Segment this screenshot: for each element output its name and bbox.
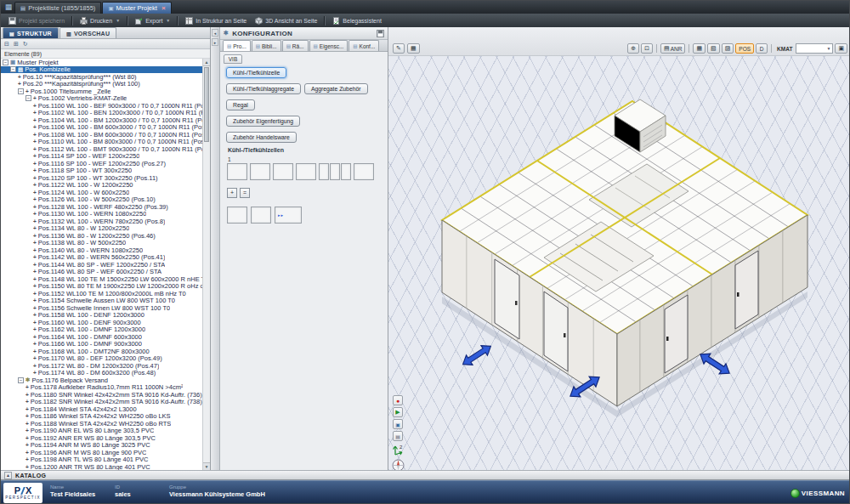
tab-muster-projekt[interactable]: ▣ Muster Projekt × — [102, 2, 171, 14]
move-arrow[interactable] — [460, 342, 494, 370]
tree-item[interactable]: +Pos.1192 ANR ER WS 80 Länge 303,5 PVC — [1, 434, 202, 442]
assistant-button[interactable]: Belegassistent — [328, 15, 386, 26]
print-button[interactable]: Drucken ▼ — [76, 15, 124, 26]
cell-slot[interactable] — [330, 163, 340, 180]
zoom-fit-button[interactable]: ⊡ — [641, 43, 653, 54]
tree-item[interactable]: +Pos.1150 WL 80 TE M 1900x2250 LW 1200x2… — [1, 283, 202, 291]
tree-item[interactable]: −✱Pos.1176 Belpack Versand — [1, 377, 202, 384]
regal-button[interactable]: Regal — [226, 99, 255, 110]
tree-item[interactable]: +Pos.1120 SP 100 - WT 300x2250 (Pos.11) — [1, 174, 202, 182]
tree-item[interactable]: +Pos.1148 WL 100 TE M 1500x2250 LW 600x2… — [1, 275, 202, 283]
tree-item[interactable]: −▣Muster Projekt — [1, 59, 202, 66]
tree-item[interactable]: +Pos.1194 ANR M WS 80 Länge 3025 PVC — [1, 442, 202, 450]
structure-side-button[interactable]: In Struktur an Seite — [181, 15, 251, 26]
tree-item[interactable]: +Pos.1186 Winkel STA 42x42x2 WH2250 oBo … — [1, 413, 202, 421]
tree-item[interactable]: +Pos.1198 ANR TL WS 80 Länge 401 PVC — [1, 456, 202, 464]
zoom-in-button[interactable]: ⊕ — [627, 43, 639, 54]
tree-scrollbar[interactable]: ▲ ▼ — [202, 59, 210, 470]
tree-item[interactable]: +Pos.1130 WL 100 - WERN 1080x2250 — [1, 211, 202, 218]
tree-item[interactable]: +Pos.1134 WL 80 - W 1200x2250 — [1, 225, 202, 233]
collapse-all-icon[interactable]: ⊟ — [4, 40, 9, 48]
record-button[interactable]: ● — [393, 395, 403, 405]
tree-item[interactable]: +Pos.1106 WL 100 - BM 600x3000 / T0 0,7 … — [1, 124, 202, 132]
notes-button[interactable]: ▤ — [393, 431, 403, 441]
tree-expander-icon[interactable]: − — [10, 66, 16, 72]
pos-toggle-button[interactable]: POS — [735, 43, 754, 54]
tree-item[interactable]: −+Pos.1002 Vertriebs-KMAT-Zelle — [1, 95, 202, 103]
scrollbar-thumb[interactable] — [204, 67, 209, 142]
tree-item[interactable]: +Pos.1100 WL 100 - BEF 900x3000 / T0 0,7… — [1, 102, 202, 110]
equal-slot-button[interactable]: = — [240, 188, 250, 198]
tab-struktur[interactable]: ▤ STRUKTUR — [3, 27, 59, 38]
tree-item[interactable]: +Pos.1168 WL 100 - DMT2NF 800x3000 — [1, 348, 202, 355]
snapshot-button[interactable]: ▣ — [393, 419, 403, 429]
aggregate-zubehoer-button[interactable]: Aggregate Zubehör — [304, 83, 368, 94]
tree-item[interactable]: +Pos.1154 Schwelle Aussen LW 800 WST 100… — [1, 297, 202, 305]
tab-konfiguration[interactable]: ▤Konf... — [348, 40, 379, 51]
tree-item[interactable]: +Pos.1184 Winkel STA 42x42x2 L3000 — [1, 405, 202, 413]
tree-item[interactable]: +Pos.1178 Aufkleber Radius10,7mm R11 100… — [1, 384, 202, 392]
scroll-down-icon[interactable]: ▼ — [203, 462, 210, 470]
tree-item[interactable]: +Pos.1128 WL 100 - WERF 480x2250 (Pos.39… — [1, 203, 202, 211]
tree-item[interactable]: +Pos.1136 WL 80 - W 1200x2250 (Pos.46) — [1, 232, 202, 240]
zubehoer-handelsware-button[interactable]: Zubehör Handelsware — [226, 132, 297, 143]
cell-slot[interactable] — [273, 163, 293, 180]
tree-expander-icon[interactable]: − — [3, 59, 8, 65]
tree-item[interactable]: +Pos.10 ***Kapazitätsprüfung*** (Wst 80) — [1, 73, 202, 81]
view-hatch-button[interactable]: ▧ — [707, 43, 720, 54]
tree-item[interactable]: +Pos.1102 WL 100 - BEN 1200x3000 / T0 0,… — [1, 110, 202, 117]
tree-item[interactable]: +Pos.1174 WL 80 - DM 600x3200 (Pos.48) — [1, 370, 202, 377]
kmat-select[interactable]: ▼ — [796, 43, 833, 54]
tree-item[interactable]: +Pos.1164 WL 100 - DMNF 600x3000 — [1, 333, 202, 341]
panel-splitter[interactable]: ◂ ▸ — [211, 27, 220, 470]
save-config-icon[interactable] — [377, 30, 384, 37]
expand-katalog-icon[interactable]: ▲ — [4, 472, 12, 479]
tab-vib[interactable]: VIB — [224, 54, 242, 64]
cell-slot[interactable]: ▸▸ — [275, 207, 302, 224]
view-solid-button[interactable]: ▦ — [693, 43, 706, 54]
expand-right-icon[interactable]: ▸ — [212, 38, 218, 46]
tree-item[interactable]: +Pos.1166 WL 100 - DMNF 900x3000 — [1, 341, 202, 348]
cell-slot[interactable] — [227, 207, 247, 224]
tree-item[interactable]: +Pos.1124 WL 100 - W 600x2250 — [1, 189, 202, 196]
refresh-icon[interactable]: ↻ — [23, 40, 28, 48]
kuehlzelle-button[interactable]: Kühl-/Tiefkühlzelle — [226, 67, 286, 78]
display-settings-button[interactable]: ▦ — [407, 43, 420, 54]
tree-item[interactable]: +Pos.1114 SP 100 - WEF 1200x2250 — [1, 153, 202, 161]
tree-item[interactable]: +Pos.1152 WL100 TE M 1200/800x2000L mB n… — [1, 290, 202, 297]
tab-raeume[interactable]: ▤Rä... — [282, 40, 309, 51]
scroll-up-icon[interactable]: ▲ — [203, 59, 210, 66]
cell-slot[interactable] — [354, 163, 374, 180]
tree-item[interactable]: +Pos.1158 WL 100 - DENF 1200x3000 — [1, 312, 202, 320]
cell-slot[interactable] — [319, 163, 329, 180]
tree-item[interactable]: +Pos.1126 WL 100 - W 500x2250 (Pos.10) — [1, 196, 202, 204]
tree-item[interactable]: +Pos.1190 ANR EL WS 80 Länge 303,5 PVC — [1, 428, 202, 435]
tree-item[interactable]: +Pos.1112 WL 100 - BMT 900x3000 / T0 0,7… — [1, 145, 202, 153]
d-toggle-button[interactable]: D — [756, 43, 768, 54]
tree-item[interactable]: +Pos.1116 SP 100 - WEF 1200x2250 (Pos.27… — [1, 160, 202, 167]
tree-item[interactable]: +Pos.1180 SNR Winkel 42x42x2mm STA 9016 … — [1, 391, 202, 399]
tree-item[interactable]: +Pos.1122 WL 100 - W 1200x2250 — [1, 182, 202, 190]
compass-icon[interactable] — [392, 459, 405, 470]
viewport-3d[interactable]: ● ▶ ▣ ▤ 2 — [388, 56, 850, 470]
tab-eigenschaften[interactable]: ▤Eigensc... — [309, 40, 348, 51]
close-tab-icon[interactable]: × — [162, 4, 166, 12]
aggregate-button[interactable]: Kühl-/Tiefkühlaggregate — [226, 83, 301, 94]
tree-item[interactable]: −+Pos.1000 Titelsumme _Zelle — [1, 88, 202, 95]
tree-item[interactable]: +Pos.1142 WL 80 - WERN 560x2250 (Pos.41) — [1, 254, 202, 262]
tab-projektliste[interactable]: ▤ Projektliste (1855/1855) — [14, 2, 101, 14]
cell-slot[interactable] — [296, 163, 316, 180]
tree-item[interactable]: +Pos.1188 Winkel STA 42x42x2 WH2250 oBo … — [1, 420, 202, 428]
add-slot-button[interactable]: + — [227, 188, 237, 198]
tree-expander-icon[interactable]: − — [18, 377, 24, 383]
tree-item[interactable]: +Pos.1156 Schwelle Innen LW 800 WST 100 … — [1, 304, 202, 312]
cell-slot[interactable] — [341, 163, 351, 180]
expand-all-icon[interactable]: ⊞ — [14, 40, 19, 48]
view-side-button[interactable]: 3D Ansicht an Seite — [251, 15, 321, 26]
play-button[interactable]: ▶ — [393, 407, 403, 417]
tree-item[interactable]: +Pos.1110 WL 100 - BM 800x3000 / T0 0,7 … — [1, 139, 202, 146]
tab-projekt[interactable]: ▤Pro... — [223, 40, 251, 51]
tree-item[interactable]: +Pos.1200 ANR TR WS 80 Länge 401 PVC — [1, 463, 202, 470]
tree-item[interactable]: +Pos.1160 WL 100 - DENF 900x3000 — [1, 319, 202, 326]
zubehoer-eigenfertigung-button[interactable]: Zubehör Eigenfertigung — [226, 116, 300, 127]
